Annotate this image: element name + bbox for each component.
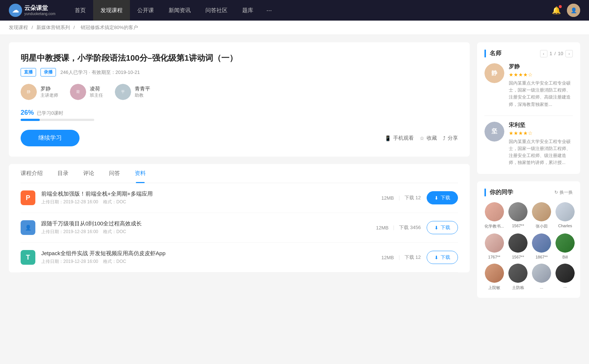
classmate-item-2[interactable]: 张小田	[532, 202, 551, 229]
nav-more[interactable]: ···	[261, 0, 278, 21]
classmate-name-4: 1767**	[484, 255, 504, 259]
bell-icon[interactable]: 🔔	[552, 6, 561, 15]
collect-button[interactable]: ☆ 收藏	[420, 135, 437, 142]
badge-record: 录播	[40, 68, 56, 76]
classmate-item-4[interactable]: 1767**	[484, 233, 504, 259]
classmate-name-0: 化学教书...	[484, 224, 504, 229]
header: ☁ 云朵课堂 yunduoketang.com 首页 发现课程 公开课 新闻资讯…	[0, 0, 589, 21]
teacher-avatar-1: 荷	[70, 84, 86, 100]
classmate-name-5: 1567**	[508, 255, 528, 259]
logo-text: 云朵课堂 yunduoketang.com	[24, 4, 56, 16]
classmates-grid: 化学教书... 1567**	[484, 202, 573, 290]
next-page-button[interactable]: ›	[565, 50, 573, 57]
resource-icon-1: 👤	[21, 220, 35, 235]
classmate-item-8[interactable]: 上院敏	[484, 264, 504, 290]
progress-section: 26% 已学习0课时	[21, 109, 458, 121]
star-icon: ☆	[420, 135, 424, 141]
logo-icon: ☁	[9, 4, 22, 17]
breadcrumb-link-discover[interactable]: 发现课程	[9, 25, 28, 30]
continue-button[interactable]: 继续学习	[21, 130, 80, 146]
refresh-button[interactable]: ↻ 换一换	[554, 189, 573, 196]
classmate-item-6[interactable]: 1867**	[532, 233, 551, 259]
classmate-item-1[interactable]: 1567**	[508, 202, 528, 229]
classmate-item-10[interactable]: ...	[532, 264, 551, 290]
resource-info-2: Jetpack全组件实战 开发短视频应用高仿皮皮虾App 上传日期：2019-1…	[41, 250, 375, 265]
classmate-item-11[interactable]: ···	[556, 264, 575, 290]
tabs-container: 课程介绍 目录 评论 问答 资料 P 前端全栈加强版！前端全栈+全周期+多端应用…	[9, 164, 470, 272]
classmates-sidebar-card: 你的同学 ↻ 换一换 化学教书...	[477, 181, 580, 298]
breadcrumb-current: 销冠修炼术搞定80%的客户	[81, 25, 138, 30]
course-meta: 直播 录播 246人已学习 · 有效期至：2019-10-21	[21, 68, 458, 76]
classmate-avatar-9	[508, 264, 528, 283]
course-actions: 继续学习 📱 手机观看 ☆ 收藏 ⤴ 分享	[21, 130, 458, 146]
nav-news[interactable]: 新闻资讯	[161, 0, 198, 21]
course-title: 明星中教授课，小学阶段语法100分–强化级第1讲动词（一）	[21, 53, 458, 64]
teacher-info-2: 青青平 助教	[135, 86, 150, 99]
resource-name-1: 跟随千万级项目从0到100全过程高效成长	[41, 220, 370, 227]
tab-intro[interactable]: 课程介绍	[21, 164, 50, 183]
classmate-avatar-3	[556, 202, 575, 221]
classmate-name-1: 1567**	[508, 224, 528, 228]
download-button-1[interactable]: ⬇ 下载	[427, 221, 458, 234]
tabs: 课程介绍 目录 评论 问答 资料	[21, 164, 458, 183]
tab-materials[interactable]: 资料	[127, 164, 153, 183]
progress-header: 26% 已学习0课时	[21, 109, 458, 117]
download-button-2[interactable]: ⬇ 下载	[427, 251, 458, 264]
teacher-divider	[484, 115, 573, 116]
nav-qa[interactable]: 问答社区	[198, 0, 235, 21]
classmate-item-5[interactable]: 1567**	[508, 233, 528, 259]
resource-item-0: P 前端全栈加强版！前端全栈+全周期+多端应用 上传日期：2019-12-28 …	[21, 183, 458, 213]
classmate-name-6: 1867**	[532, 255, 551, 259]
tab-comments[interactable]: 评论	[76, 164, 102, 183]
classmates-title: 你的同学	[484, 189, 513, 196]
resource-meta-0: 上传日期：2019-12-28 16:00 格式：DOC	[41, 199, 375, 205]
classmate-item-9[interactable]: 土防栋	[508, 264, 528, 290]
progress-label: 已学习0课时	[37, 110, 63, 117]
classmate-item-7[interactable]: Bill	[556, 233, 575, 259]
classmate-avatar-0	[485, 202, 504, 221]
tab-qa[interactable]: 问答	[102, 164, 127, 183]
prev-page-button[interactable]: ‹	[540, 50, 547, 57]
classmate-item-0[interactable]: 化学教书...	[484, 202, 504, 229]
classmate-avatar-10	[532, 264, 551, 283]
resource-list: P 前端全栈加强版！前端全栈+全周期+多端应用 上传日期：2019-12-28 …	[21, 183, 458, 272]
resource-name-0: 前端全栈加强版！前端全栈+全周期+多端应用	[41, 190, 375, 197]
resource-item-2: T Jetpack全组件实战 开发短视频应用高仿皮皮虾App 上传日期：2019…	[21, 243, 458, 272]
teachers-card-header: 名师 ‹ 1 / 10 ›	[484, 50, 573, 57]
sidebar-teacher-name-1: 宋利坚	[509, 122, 573, 129]
classmate-avatar-8	[485, 264, 504, 283]
sidebar-teacher-info-1: 宋利坚 ★★★★☆ 国内某重点大学安全工程专业硕士，国家一级注册消防工程师、注册…	[509, 122, 573, 167]
resource-stats-2: 12MB ｜ 下载 12	[381, 254, 421, 261]
nav-discover[interactable]: 发现课程	[93, 0, 130, 21]
nav-exam[interactable]: 题库	[235, 0, 261, 21]
classmate-name-7: Bill	[556, 255, 575, 259]
mobile-watch-button[interactable]: 📱 手机观看	[385, 135, 414, 142]
classmate-name-10: ...	[532, 285, 551, 289]
share-icon: ⤴	[443, 135, 445, 141]
breadcrumb-link-series[interactable]: 新媒体营销系列	[36, 25, 70, 30]
nav-open[interactable]: 公开课	[130, 0, 161, 21]
page-total: 10	[558, 51, 563, 56]
classmate-avatar-1	[508, 202, 528, 221]
resource-meta-2: 上传日期：2019-12-28 16:00 格式：DOC	[41, 258, 375, 265]
sidebar-teacher-stars-0: ★★★★☆	[509, 72, 573, 78]
classmate-item-3[interactable]: Charles	[556, 202, 575, 229]
teacher-avatar-2: 平	[115, 84, 131, 100]
share-button[interactable]: ⤴ 分享	[443, 135, 458, 142]
logo[interactable]: ☁ 云朵课堂 yunduoketang.com	[9, 4, 56, 17]
sidebar-teacher-name-0: 罗静	[509, 63, 573, 70]
tab-catalog[interactable]: 目录	[50, 164, 76, 183]
download-button-0[interactable]: ⬇ 下载	[427, 191, 458, 204]
nav-home[interactable]: 首页	[67, 0, 93, 21]
resource-item-1: 👤 跟随千万级项目从0到100全过程高效成长 上传日期：2019-12-28 1…	[21, 213, 458, 243]
teacher-item-2: 平 青青平 助教	[115, 84, 150, 100]
sidebar-teacher-0: 静 罗静 ★★★★☆ 国内某重点大学安全工程专业硕士，国家一级注册消防工程师、注…	[484, 63, 573, 108]
mobile-icon: 📱	[385, 135, 391, 141]
teachers: 静 罗静 主讲老师 荷 凌荷 班主任	[21, 84, 458, 100]
user-avatar[interactable]: 👤	[567, 4, 580, 17]
breadcrumb: 发现课程 / 新媒体营销系列 / 销冠修炼术搞定80%的客户	[0, 21, 589, 35]
progress-percent: 26%	[21, 109, 34, 117]
classmate-avatar-11	[556, 264, 575, 283]
resource-stats-1: 12MB ｜ 下载 3456	[376, 224, 421, 231]
action-buttons: 📱 手机观看 ☆ 收藏 ⤴ 分享	[385, 135, 458, 142]
